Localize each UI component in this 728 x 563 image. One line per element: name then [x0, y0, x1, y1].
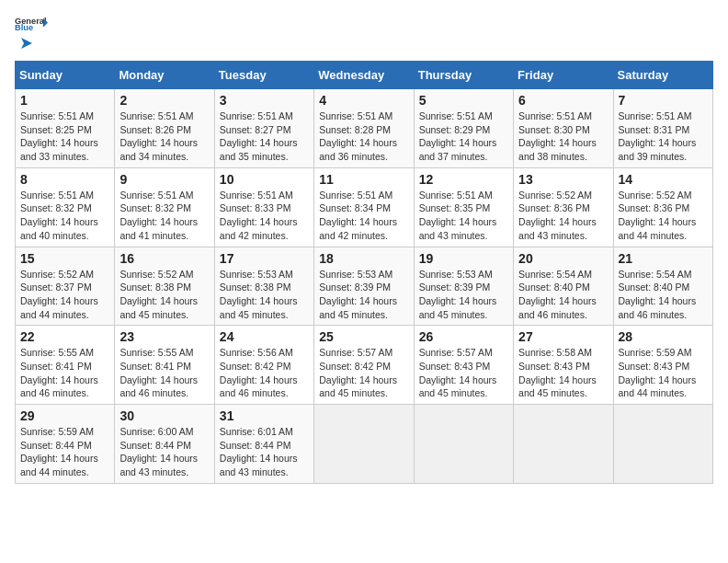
day-number: 18: [319, 251, 408, 266]
day-number: 27: [518, 329, 608, 344]
col-header-saturday: Saturday: [613, 62, 712, 89]
day-number: 6: [518, 93, 608, 108]
page-header: General Blue: [15, 15, 713, 52]
logo-arrow-icon: [18, 35, 35, 52]
day-info: Sunrise: 5:57 AMSunset: 8:42 PMDaylight:…: [319, 346, 408, 400]
calendar-day-cell: 9Sunrise: 5:51 AMSunset: 8:32 PMDaylight…: [115, 167, 214, 247]
day-number: 23: [119, 329, 209, 344]
day-info: Sunrise: 5:59 AMSunset: 8:44 PMDaylight:…: [20, 425, 109, 479]
col-header-wednesday: Wednesday: [314, 62, 414, 89]
calendar-day-cell: 2Sunrise: 5:51 AMSunset: 8:26 PMDaylight…: [115, 89, 214, 168]
day-info: Sunrise: 5:51 AMSunset: 8:30 PMDaylight:…: [518, 109, 608, 164]
day-info: Sunrise: 5:51 AMSunset: 8:31 PMDaylight:…: [619, 109, 708, 164]
calendar-week-row: 8Sunrise: 5:51 AMSunset: 8:32 PMDaylight…: [16, 167, 713, 247]
day-number: 1: [20, 93, 109, 108]
day-number: 30: [119, 408, 209, 423]
day-info: Sunrise: 5:51 AMSunset: 8:35 PMDaylight:…: [419, 189, 508, 243]
day-number: 11: [319, 172, 408, 187]
day-info: Sunrise: 5:56 AMSunset: 8:42 PMDaylight:…: [220, 346, 309, 400]
calendar-day-cell: 15Sunrise: 5:52 AMSunset: 8:37 PMDayligh…: [16, 247, 115, 326]
day-number: 14: [619, 172, 708, 187]
calendar-day-cell: 1Sunrise: 5:51 AMSunset: 8:25 PMDaylight…: [16, 89, 115, 168]
calendar-day-cell: 26Sunrise: 5:57 AMSunset: 8:43 PMDayligh…: [414, 326, 513, 405]
calendar-day-cell: 22Sunrise: 5:55 AMSunset: 8:41 PMDayligh…: [16, 326, 115, 405]
day-info: Sunrise: 5:54 AMSunset: 8:40 PMDaylight:…: [518, 268, 608, 322]
day-number: 7: [619, 93, 708, 108]
calendar-day-cell: 12Sunrise: 5:51 AMSunset: 8:35 PMDayligh…: [414, 167, 513, 247]
day-info: Sunrise: 5:59 AMSunset: 8:43 PMDaylight:…: [619, 346, 708, 400]
day-number: 13: [518, 172, 608, 187]
empty-cell: [414, 405, 513, 484]
empty-cell: [314, 405, 414, 484]
calendar-day-cell: 17Sunrise: 5:53 AMSunset: 8:38 PMDayligh…: [214, 247, 313, 326]
calendar-day-cell: 6Sunrise: 5:51 AMSunset: 8:30 PMDaylight…: [514, 89, 613, 168]
calendar-day-cell: 11Sunrise: 5:51 AMSunset: 8:34 PMDayligh…: [314, 167, 414, 247]
day-info: Sunrise: 6:00 AMSunset: 8:44 PMDaylight:…: [119, 425, 209, 479]
col-header-monday: Monday: [115, 62, 214, 89]
calendar-header-row: SundayMondayTuesdayWednesdayThursdayFrid…: [16, 62, 713, 89]
day-info: Sunrise: 5:52 AMSunset: 8:38 PMDaylight:…: [119, 268, 209, 322]
day-number: 16: [119, 251, 209, 266]
calendar-day-cell: 25Sunrise: 5:57 AMSunset: 8:42 PMDayligh…: [314, 326, 414, 405]
calendar-day-cell: 5Sunrise: 5:51 AMSunset: 8:29 PMDaylight…: [414, 89, 513, 168]
day-info: Sunrise: 5:53 AMSunset: 8:38 PMDaylight:…: [220, 268, 309, 322]
day-info: Sunrise: 5:51 AMSunset: 8:27 PMDaylight:…: [220, 109, 309, 164]
day-info: Sunrise: 5:51 AMSunset: 8:32 PMDaylight:…: [119, 189, 209, 243]
day-info: Sunrise: 5:51 AMSunset: 8:32 PMDaylight:…: [20, 189, 109, 243]
day-number: 20: [518, 251, 608, 266]
day-info: Sunrise: 5:55 AMSunset: 8:41 PMDaylight:…: [119, 346, 209, 400]
day-number: 21: [619, 251, 708, 266]
calendar-table: SundayMondayTuesdayWednesdayThursdayFrid…: [15, 61, 713, 484]
logo: General Blue: [15, 15, 48, 52]
day-number: 5: [419, 93, 508, 108]
day-number: 24: [220, 329, 309, 344]
col-header-thursday: Thursday: [414, 62, 513, 89]
calendar-week-row: 1Sunrise: 5:51 AMSunset: 8:25 PMDaylight…: [16, 89, 713, 168]
empty-cell: [613, 405, 712, 484]
calendar-day-cell: 28Sunrise: 5:59 AMSunset: 8:43 PMDayligh…: [613, 326, 712, 405]
day-info: Sunrise: 5:53 AMSunset: 8:39 PMDaylight:…: [419, 268, 508, 322]
day-number: 17: [220, 251, 309, 266]
day-info: Sunrise: 5:53 AMSunset: 8:39 PMDaylight:…: [319, 268, 408, 322]
day-number: 22: [20, 329, 109, 344]
day-number: 28: [619, 329, 708, 344]
calendar-day-cell: 20Sunrise: 5:54 AMSunset: 8:40 PMDayligh…: [514, 247, 613, 326]
calendar-day-cell: 21Sunrise: 5:54 AMSunset: 8:40 PMDayligh…: [613, 247, 712, 326]
calendar-day-cell: 30Sunrise: 6:00 AMSunset: 8:44 PMDayligh…: [115, 405, 214, 484]
calendar-day-cell: 31Sunrise: 6:01 AMSunset: 8:44 PMDayligh…: [214, 405, 313, 484]
day-number: 19: [419, 251, 508, 266]
calendar-day-cell: 10Sunrise: 5:51 AMSunset: 8:33 PMDayligh…: [214, 167, 313, 247]
day-info: Sunrise: 5:51 AMSunset: 8:29 PMDaylight:…: [419, 109, 508, 164]
calendar-week-row: 15Sunrise: 5:52 AMSunset: 8:37 PMDayligh…: [16, 247, 713, 326]
day-number: 4: [319, 93, 408, 108]
calendar-day-cell: 24Sunrise: 5:56 AMSunset: 8:42 PMDayligh…: [214, 326, 313, 405]
day-info: Sunrise: 6:01 AMSunset: 8:44 PMDaylight:…: [220, 425, 309, 479]
calendar-day-cell: 8Sunrise: 5:51 AMSunset: 8:32 PMDaylight…: [16, 167, 115, 247]
calendar-week-row: 29Sunrise: 5:59 AMSunset: 8:44 PMDayligh…: [16, 405, 713, 484]
col-header-friday: Friday: [514, 62, 613, 89]
calendar-day-cell: 29Sunrise: 5:59 AMSunset: 8:44 PMDayligh…: [16, 405, 115, 484]
day-number: 29: [20, 408, 109, 423]
day-info: Sunrise: 5:58 AMSunset: 8:43 PMDaylight:…: [518, 346, 608, 400]
day-number: 9: [119, 172, 209, 187]
day-info: Sunrise: 5:51 AMSunset: 8:26 PMDaylight:…: [119, 109, 209, 164]
calendar-day-cell: 23Sunrise: 5:55 AMSunset: 8:41 PMDayligh…: [115, 326, 214, 405]
logo-icon: General Blue: [15, 15, 48, 33]
day-number: 26: [419, 329, 508, 344]
day-info: Sunrise: 5:52 AMSunset: 8:37 PMDaylight:…: [20, 268, 109, 322]
day-number: 31: [220, 408, 309, 423]
empty-cell: [514, 405, 613, 484]
calendar-day-cell: 14Sunrise: 5:52 AMSunset: 8:36 PMDayligh…: [613, 167, 712, 247]
svg-marker-3: [21, 38, 32, 49]
calendar-week-row: 22Sunrise: 5:55 AMSunset: 8:41 PMDayligh…: [16, 326, 713, 405]
day-number: 12: [419, 172, 508, 187]
day-info: Sunrise: 5:51 AMSunset: 8:34 PMDaylight:…: [319, 189, 408, 243]
calendar-day-cell: 19Sunrise: 5:53 AMSunset: 8:39 PMDayligh…: [414, 247, 513, 326]
day-number: 10: [220, 172, 309, 187]
day-number: 15: [20, 251, 109, 266]
day-number: 8: [20, 172, 109, 187]
calendar-day-cell: 3Sunrise: 5:51 AMSunset: 8:27 PMDaylight…: [214, 89, 313, 168]
day-info: Sunrise: 5:55 AMSunset: 8:41 PMDaylight:…: [20, 346, 109, 400]
calendar-day-cell: 4Sunrise: 5:51 AMSunset: 8:28 PMDaylight…: [314, 89, 414, 168]
col-header-tuesday: Tuesday: [214, 62, 313, 89]
